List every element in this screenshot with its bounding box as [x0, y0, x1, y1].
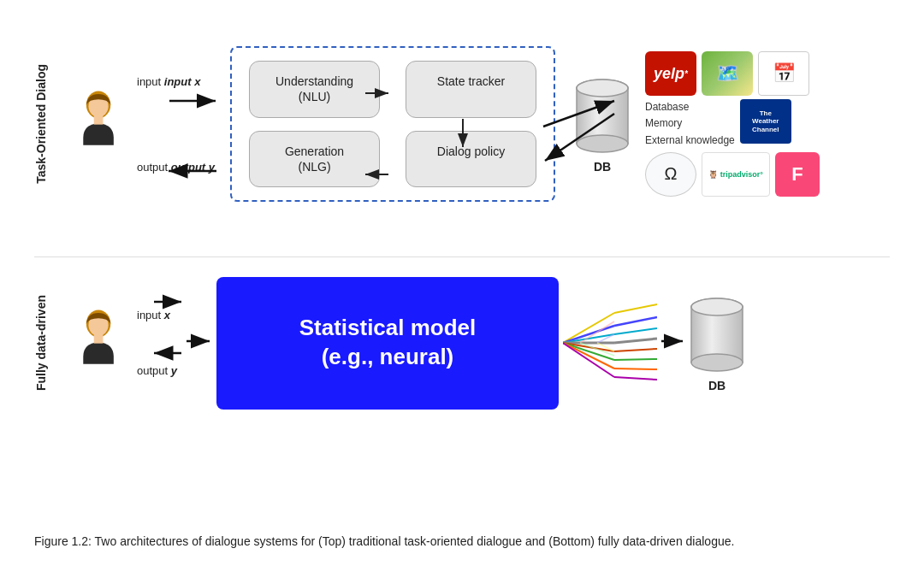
statistical-model-area: Statistical model (e.g., neural) — [182, 277, 747, 410]
db-info-text: Database Memory External knowledge — [645, 99, 735, 149]
dashed-pipeline: Understanding(NLU) State tracker Generat… — [230, 46, 555, 202]
caption-text: Figure 1.2: Two architectures of dialogu… — [34, 534, 734, 548]
statistical-model-line1: Statistical model — [299, 314, 477, 343]
io-labels-bottom: input x output y — [137, 287, 177, 398]
top-section-label: Task-Oriented Dialog — [34, 64, 60, 184]
service-row-2: Database Memory External knowledge TheWe… — [645, 99, 820, 149]
tripadvisor-icon: 🦉 tripadvisor° — [702, 152, 770, 197]
db-area-bottom: DB — [687, 294, 747, 392]
services-area: yelp* 🗺️ 📅 Database Memory External know… — [645, 51, 820, 197]
nlu-module: Understanding(NLU) — [249, 61, 380, 117]
svg-line-32 — [614, 317, 657, 326]
nlg-module: Generation(NLG) — [249, 131, 380, 187]
person-icon-top — [68, 88, 128, 160]
main-container: Task-Oriented Dialog input input x outpu… — [0, 0, 924, 566]
service-row-1: yelp* 🗺️ 📅 — [645, 51, 820, 96]
db-label-top: DB — [594, 160, 611, 174]
svg-line-35 — [614, 349, 657, 351]
wikipedia-icon: Ω — [645, 152, 696, 197]
svg-line-37 — [614, 368, 657, 369]
foursquare-icon: F — [775, 152, 820, 197]
dialog-policy-module: Dialog policy — [406, 131, 536, 187]
maps-icon: 🗺️ — [702, 51, 753, 96]
stat-arrow-out — [661, 326, 687, 360]
input-label-top: input input x — [137, 75, 215, 88]
stat-arrow-in — [182, 326, 216, 360]
pipeline-box: Understanding(NLU) State tracker Generat… — [230, 46, 555, 202]
calendar-icon: 📅 — [758, 51, 809, 96]
db-area-top: DB — [572, 75, 632, 174]
service-row-3: Ω 🦉 tripadvisor° F — [645, 152, 820, 197]
svg-line-34 — [614, 339, 657, 343]
svg-line-33 — [614, 328, 657, 334]
weather-channel-icon: TheWeatherChannel — [740, 99, 791, 144]
output-label-bottom: output y — [137, 364, 177, 377]
svg-point-48 — [691, 298, 743, 315]
io-labels-top: input input x output output y — [137, 38, 215, 209]
db-cylinder-top — [572, 75, 632, 156]
db-label-bottom: DB — [708, 379, 726, 392]
top-section: Task-Oriented Dialog input input x outpu… — [34, 17, 890, 231]
person-icon-bottom — [68, 307, 128, 379]
svg-line-39 — [580, 321, 614, 343]
state-tracker-module: State tracker — [406, 61, 536, 117]
svg-point-9 — [577, 135, 628, 152]
bottom-section-label: Fully data-driven — [34, 295, 60, 391]
statistical-model-line2: (e.g., neural) — [322, 343, 454, 372]
section-divider — [34, 256, 890, 257]
svg-rect-2 — [93, 115, 103, 125]
svg-point-10 — [577, 80, 628, 97]
svg-line-36 — [614, 359, 657, 360]
svg-line-38 — [614, 377, 657, 380]
bottom-section: Fully data-driven input x output y — [34, 270, 890, 416]
svg-line-31 — [614, 304, 657, 313]
svg-rect-19 — [93, 334, 103, 344]
statistical-model-box: Statistical model (e.g., neural) — [216, 277, 559, 410]
db-cylinder-bottom — [687, 294, 747, 375]
caption: Figure 1.2: Two architectures of dialogu… — [34, 533, 890, 551]
svg-point-47 — [691, 354, 743, 371]
input-label-bottom: input x — [137, 309, 177, 321]
yelp-icon: yelp* — [645, 51, 696, 96]
neural-wires — [563, 287, 657, 398]
output-label-top: output output y — [137, 161, 215, 174]
right-area: DB yelp* 🗺️ 📅 Database — [572, 51, 820, 197]
